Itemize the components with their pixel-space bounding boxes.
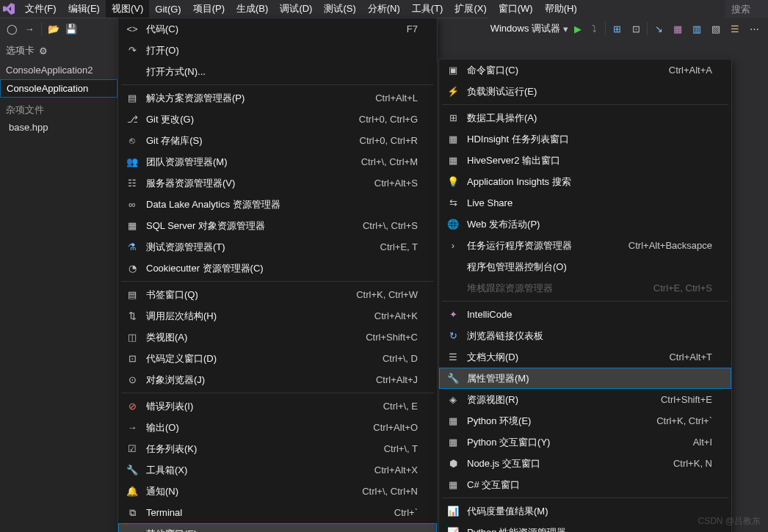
menu-item[interactable]: ↷打开(O) [118, 40, 437, 61]
blank-icon [445, 260, 461, 274]
menu-item[interactable]: ✦IntelliCode [439, 304, 731, 325]
toolbar-right: Windows 调试器 ▾ ▶ ⤵ ⊞ ⊡ ↘ ▦ ▥ ▧ ☰ ⋯ [488, 18, 768, 40]
menu-item[interactable]: →输出(O)Ctrl+Alt+O [118, 417, 437, 438]
menu-edit[interactable]: 编辑(E) [62, 0, 106, 18]
menu-item[interactable]: <>代码(C)F7 [118, 18, 437, 40]
menu-debug[interactable]: 调试(D) [274, 0, 318, 18]
search-box[interactable]: 搜索 (Ct [725, 0, 768, 18]
menu-git[interactable]: Git(G) [149, 1, 186, 17]
tool-icon-8[interactable]: ⋯ [746, 21, 762, 37]
code-icon: <> [124, 23, 140, 36]
doc-tab-active[interactable]: ConsoleApplication [0, 79, 117, 98]
blank-icon [124, 65, 140, 79]
tool-icon-5[interactable]: ▥ [689, 21, 705, 37]
menu-item[interactable]: ◫类视图(A)Ctrl+Shift+C [118, 327, 437, 348]
menu-item[interactable]: ◔Cookiecutter 资源管理器(C) [118, 258, 437, 279]
debugger-target[interactable]: Windows 调试器 ▾ ▶ [488, 22, 584, 35]
doc-tab[interactable]: ConsoleApplication2 [0, 62, 117, 79]
menu-item[interactable]: ⧉TerminalCtrl+` [118, 502, 437, 523]
menu-item[interactable]: ▦HDInsight 任务列表窗口 [439, 128, 731, 150]
menu-item[interactable]: 🔔通知(N)Ctrl+\, Ctrl+N [118, 481, 437, 502]
menu-item[interactable]: ☰文档大纲(D)Ctrl+Alt+T [439, 346, 731, 368]
menu-item[interactable]: ↻浏览器链接仪表板 [439, 325, 731, 346]
menu-help[interactable]: 帮助(H) [539, 0, 583, 18]
tool-icon-1[interactable]: ⊞ [609, 21, 625, 37]
menu-item[interactable]: ⊙对象浏览器(J)Ctrl+Alt+J [118, 369, 437, 390]
menu-item[interactable]: ◈资源视图(R)Ctrl+Shift+E [439, 389, 731, 410]
menu-file[interactable]: 文件(F) [19, 0, 62, 18]
menu-item-label: HiveServer2 输出窗口 [467, 154, 712, 167]
menu-item[interactable]: ▤解决方案资源管理器(P)Ctrl+Alt+L [118, 87, 437, 109]
menu-item-label: C# 交互窗口 [467, 478, 712, 492]
menu-item[interactable]: ▦Python 环境(E)Ctrl+K, Ctrl+` [439, 410, 731, 431]
menu-item[interactable]: ›任务运行程序资源管理器Ctrl+Alt+Backsapce [439, 235, 731, 256]
menu-shortcut: Ctrl+Alt+X [374, 464, 418, 475]
menu-item[interactable]: ⚗测试资源管理器(T)Ctrl+E, T [118, 236, 437, 258]
menu-project[interactable]: 项目(P) [187, 0, 231, 18]
menu-item[interactable]: 打开方式(N)... [118, 61, 437, 82]
menu-item[interactable]: ☑任务列表(K)Ctrl+\, T [118, 438, 437, 459]
vs-logo-icon [3, 3, 15, 15]
tool-icon-6[interactable]: ▧ [708, 21, 724, 37]
menu-item[interactable]: 🔧工具箱(X)Ctrl+Alt+X [118, 459, 437, 481]
nav-back-icon[interactable]: ◯ [4, 22, 19, 37]
menu-item[interactable]: ▦Python 交互窗口(Y)Alt+I [439, 431, 731, 453]
menu-shortcut: Ctrl+\, Ctrl+M [361, 156, 418, 167]
object-icon: ⊙ [124, 374, 140, 387]
menu-item[interactable]: ☷服务器资源管理器(V)Ctrl+Alt+S [118, 172, 437, 194]
menu-test[interactable]: 测试(S) [318, 0, 361, 18]
menu-build[interactable]: 生成(B) [231, 0, 274, 18]
menu-item[interactable]: 🔧属性管理器(M) [439, 368, 731, 389]
menu-item[interactable]: ⎋Git 存储库(S)Ctrl+0, Ctrl+R [118, 130, 437, 151]
menu-item[interactable]: ⬢Node.js 交互窗口Ctrl+K, N [439, 453, 731, 474]
menu-shortcut: Ctrl+E, T [380, 241, 418, 252]
step-icon[interactable]: ⤵ [586, 21, 602, 37]
menu-item[interactable]: 程序包管理器控制台(O) [439, 256, 731, 277]
menu-window[interactable]: 窗口(W) [493, 0, 539, 18]
menu-analyze[interactable]: 分析(N) [362, 0, 406, 18]
menu-item[interactable]: ⊘错误列表(I)Ctrl+\, E [118, 396, 437, 417]
codedef-icon: ⊡ [124, 352, 140, 365]
menu-shortcut: Ctrl+E, Ctrl+S [653, 283, 712, 294]
menu-item-label: 属性管理器(M) [467, 372, 712, 385]
gear-icon[interactable]: ⚙ [39, 45, 48, 57]
hierarchy-icon: ⇅ [124, 310, 140, 323]
menu-item[interactable]: ▣命令窗口(C)Ctrl+Alt+A [439, 59, 731, 81]
tool-icon-3[interactable]: ↘ [651, 21, 667, 37]
menu-item[interactable]: ▦C# 交互窗口 [439, 474, 731, 495]
menu-item-label: Python 环境(E) [467, 415, 642, 428]
debug-play-icon[interactable]: ▶ [574, 23, 582, 34]
menu-item[interactable]: ▦HiveServer2 输出窗口 [439, 150, 731, 171]
menu-item[interactable]: 📊代码度量值结果(M) [439, 500, 731, 522]
menu-item[interactable]: ▤书签窗口(Q)Ctrl+K, Ctrl+W [118, 284, 437, 305]
menu-item[interactable]: ⇅调用层次结构(H)Ctrl+Alt+K [118, 305, 437, 327]
file-item[interactable]: base.hpp [0, 120, 117, 135]
menu-shortcut: Ctrl+\, Ctrl+S [363, 220, 418, 231]
menu-item[interactable]: ⇆Live Share [439, 192, 731, 214]
menu-item[interactable]: 其他窗口(E)▸ [118, 523, 437, 532]
menu-view[interactable]: 视图(V) [106, 0, 149, 18]
menu-item-label: Application Insights 搜索 [467, 175, 712, 189]
menu-shortcut: Alt+I [693, 437, 712, 448]
menu-item[interactable]: 👥团队资源管理器(M)Ctrl+\, Ctrl+M [118, 151, 437, 172]
open-file-icon[interactable]: 📂 [46, 22, 61, 37]
menu-item[interactable]: 💡Application Insights 搜索 [439, 171, 731, 192]
menu-item[interactable]: 📈Python 性能资源管理器 [439, 522, 731, 532]
menu-item[interactable]: ∞Data Lake Analytics 资源管理器 [118, 194, 437, 215]
menu-item[interactable]: ▦SQL Server 对象资源管理器Ctrl+\, Ctrl+S [118, 215, 437, 236]
menu-item-label: 书签窗口(Q) [146, 288, 341, 302]
tool-icon-7[interactable]: ☰ [727, 21, 743, 37]
menu-item[interactable]: ⊡代码定义窗口(D)Ctrl+\, D [118, 348, 437, 369]
tool-icon-2[interactable]: ⊡ [628, 21, 644, 37]
menu-item[interactable]: ⊞数据工具操作(A) [439, 107, 731, 128]
menu-item-label: IntelliCode [467, 309, 712, 320]
menu-item[interactable]: ⚡负载测试运行(E) [439, 81, 731, 102]
nav-fwd-icon[interactable]: → [22, 22, 37, 37]
menu-item-label: 代码(C) [146, 23, 392, 36]
menu-tools[interactable]: 工具(T) [406, 0, 449, 18]
menu-item[interactable]: 🌐Web 发布活动(P) [439, 214, 731, 235]
menu-extensions[interactable]: 扩展(X) [449, 0, 492, 18]
tool-icon-4[interactable]: ▦ [670, 21, 686, 37]
save-icon[interactable]: 💾 [64, 22, 79, 37]
menu-item[interactable]: ⎇Git 更改(G)Ctrl+0, Ctrl+G [118, 109, 437, 130]
